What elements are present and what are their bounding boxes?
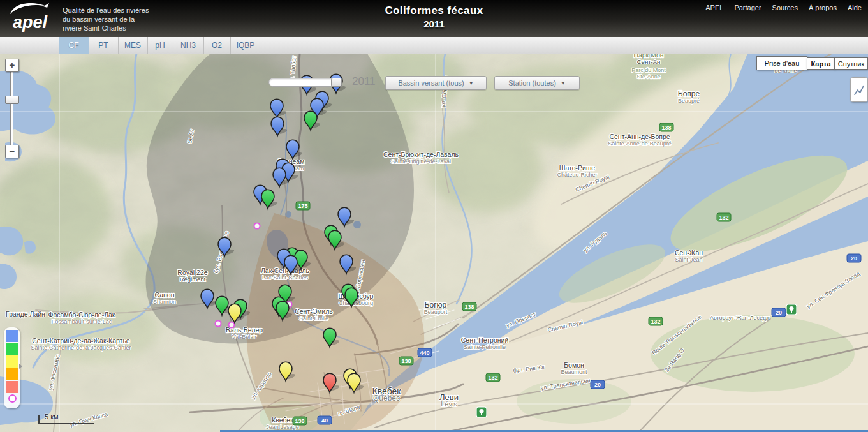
- map-label: Сент-Брюкит-де-ЛавальSainte-Brigitte-de-…: [383, 151, 459, 165]
- zoom-in-button[interactable]: +: [5, 59, 19, 72]
- svg-text:Фосамбо-Сюр-ле-Лак: Фосамбо-Сюр-ле-Лак: [48, 311, 115, 318]
- nav-item-partager[interactable]: Partager: [734, 4, 761, 11]
- route-shield-132: 132: [717, 213, 731, 221]
- svg-text:Сен-Жан: Сен-Жан: [675, 249, 703, 257]
- svg-text:20: 20: [851, 255, 857, 262]
- chevron-down-icon: ▼: [561, 80, 566, 86]
- legend-color-swatch: [6, 381, 18, 393]
- tab-ph[interactable]: pH: [147, 37, 173, 54]
- legend-expand-arrow-icon[interactable]: [19, 364, 22, 369]
- apel-logo[interactable]: apel: [6, 1, 59, 36]
- park-icon: [786, 304, 797, 315]
- svg-text:Beaupré: Beaupré: [678, 98, 700, 104]
- nav-item-apel[interactable]: APEL: [705, 4, 723, 11]
- title-year: 2011: [385, 19, 483, 29]
- svg-text:175: 175: [298, 203, 307, 209]
- svg-text:Québec: Québec: [373, 394, 400, 403]
- tab-iqbp[interactable]: IQBP: [230, 37, 261, 54]
- svg-text:Лак-Сен-Шарль: Лак-Сен-Шарль: [261, 267, 310, 274]
- line-chart-icon: [852, 80, 866, 100]
- nav-item-sources[interactable]: Sources: [772, 4, 798, 11]
- svg-text:Château-Richer: Château-Richer: [557, 172, 597, 178]
- svg-text:Sainte-Brigitte-de-Laval: Sainte-Brigitte-de-Laval: [391, 158, 451, 165]
- map-label: Гранде Лайн: [6, 310, 45, 318]
- svg-text:Lévis: Lévis: [441, 400, 457, 408]
- chevron-down-icon: ▼: [469, 80, 474, 86]
- route-shield-40: 40: [318, 416, 332, 424]
- legend-color-swatch: [6, 330, 18, 342]
- page-title: Coliformes fécaux 2011: [385, 4, 483, 29]
- map[interactable]: бул. Валькартьеш.-Лорансьенул. Сен-ЛуиCh…: [0, 54, 868, 432]
- svg-text:Бопре: Бопре: [678, 89, 700, 98]
- svg-text:Богюр: Богюр: [425, 301, 447, 309]
- route-shield-138: 138: [659, 123, 673, 131]
- map-label: Лак-Сен-ШарльLac-Saint-Charles: [261, 267, 310, 281]
- layer-button-prise-deau[interactable]: Prise d'eau: [756, 56, 807, 70]
- nav-item-aide[interactable]: Aide: [848, 4, 862, 11]
- map-ring-marker[interactable]: [254, 223, 260, 229]
- route-shield-138: 138: [399, 357, 413, 365]
- tab-o2[interactable]: O2: [203, 37, 231, 54]
- logo-bird-icon: [43, 3, 49, 8]
- route-shield-20: 20: [591, 380, 605, 389]
- nav-item-àpropos[interactable]: À propos: [809, 4, 837, 11]
- map-label: БомонBeaumont: [561, 361, 587, 375]
- station-dropdown[interactable]: Station (toutes) ▼: [494, 76, 580, 90]
- svg-text:Сент-Брюкит-де-Лаваль: Сент-Брюкит-де-Лаваль: [383, 151, 459, 158]
- route-shield-138: 138: [293, 417, 307, 425]
- subtitle-line: Qualité de l'eau des rivières: [63, 6, 149, 15]
- zoom-slider-handle[interactable]: [5, 96, 19, 104]
- svg-text:Бомон: Бомон: [564, 361, 584, 369]
- map-label: Сент-ПетронийSainte-Pétronille: [461, 336, 509, 350]
- map-container[interactable]: бул. Валькартьеш.-Лорансьенул. Сен-ЛуиCh…: [0, 54, 868, 432]
- map-label: БогюрBeauport: [424, 301, 448, 315]
- tab-nh3[interactable]: NH3: [173, 37, 204, 54]
- svg-text:138: 138: [464, 304, 474, 310]
- legend-color-swatch: [6, 368, 18, 380]
- svg-text:Régiment: Régiment: [180, 276, 206, 283]
- svg-text:138: 138: [401, 358, 411, 364]
- legend-color-swatch: [6, 355, 18, 368]
- app-subtitle: Qualité de l'eau des rivières du bassin …: [63, 6, 149, 33]
- svg-text:Sainte-Anne-de-Beaupré: Sainte-Anne-de-Beaupré: [608, 140, 672, 147]
- svg-text:Сент-Эмиль: Сент-Эмиль: [295, 308, 333, 315]
- svg-text:132: 132: [719, 214, 728, 221]
- tab-pt[interactable]: PT: [89, 37, 119, 54]
- zoom-slider-track[interactable]: [10, 71, 13, 146]
- road-label: Автораут-Жан-Леседж: [710, 315, 770, 321]
- map-label: БопреBeaupré: [678, 89, 700, 104]
- map-label: Сент-Катрин-де-ла-Жак-КартьеSainte-Cathe…: [31, 337, 131, 351]
- map-ring-marker[interactable]: [216, 321, 221, 327]
- map-label: Парк МонСент-Ан: [633, 54, 663, 65]
- svg-text:440: 440: [420, 350, 429, 356]
- tab-mes[interactable]: MES: [118, 37, 148, 54]
- svg-text:Гранде Лайн: Гранде Лайн: [6, 310, 45, 318]
- year-slider-handle[interactable]: [331, 78, 342, 87]
- tab-cf[interactable]: CF: [59, 37, 89, 54]
- svg-text:Сент-Петроний: Сент-Петроний: [461, 336, 509, 344]
- top-nav: APELPartagerSourcesÀ proposAide: [705, 4, 862, 11]
- route-shield-20: 20: [772, 308, 786, 317]
- svg-text:132: 132: [488, 375, 497, 381]
- scale-label: 5 км: [45, 413, 59, 421]
- svg-text:20: 20: [594, 382, 601, 388]
- svg-text:Shannon: Shannon: [153, 299, 176, 305]
- map-label: Фосамбо-Сюр-ле-ЛакFossambault-sur-le-Lac: [48, 311, 115, 325]
- svg-text:Lac-Saint-Charles: Lac-Saint-Charles: [262, 274, 309, 281]
- svg-text:Сент-Катрин-де-ла-Жак-Картье: Сент-Катрин-де-ла-Жак-Картье: [32, 337, 130, 345]
- route-shield-132: 132: [486, 373, 500, 382]
- chart-button[interactable]: [850, 77, 868, 102]
- layer-button-map[interactable]: Карта: [807, 57, 835, 70]
- svg-text:132: 132: [651, 318, 660, 325]
- year-slider[interactable]: [268, 78, 342, 87]
- svg-text:Шато-Рише: Шато-Рише: [559, 164, 596, 172]
- layer-button-satellite[interactable]: Спутник: [834, 57, 868, 70]
- basin-dropdown[interactable]: Bassin versant (tous) ▼: [385, 76, 487, 90]
- map-label: КвебекQuébec: [372, 386, 402, 403]
- svg-text:Saint-Jean: Saint-Jean: [675, 257, 702, 263]
- svg-text:Fossambault-sur-le-Lac: Fossambault-sur-le-Lac: [52, 318, 112, 325]
- zoom-out-button[interactable]: −: [5, 145, 19, 158]
- svg-text:Saint-Émile: Saint-Émile: [299, 315, 328, 322]
- subtitle-line: rivière Saint-Charles: [63, 24, 149, 33]
- map-ring-marker[interactable]: [229, 322, 235, 328]
